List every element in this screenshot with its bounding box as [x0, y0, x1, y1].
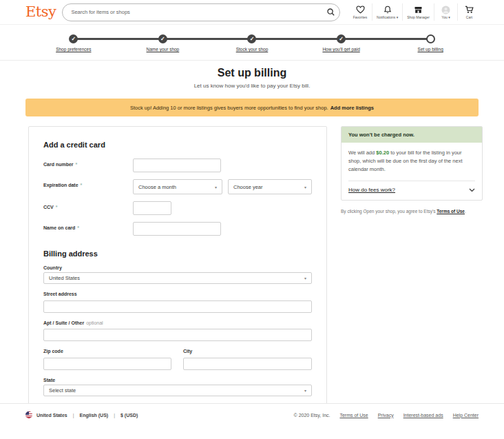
cart-label: Cart	[466, 15, 472, 19]
city-field: City	[183, 349, 312, 370]
apt-suite-input[interactable]	[43, 329, 312, 341]
step-current-dot	[426, 34, 435, 43]
chevron-down-icon: ▾	[215, 185, 217, 190]
step-shop-preferences: ✓ Shop preferences	[29, 25, 118, 61]
expiration-row: Expiration date* Choose a month ▾ Choose…	[43, 179, 312, 194]
name-on-card-input[interactable]	[133, 222, 221, 236]
street-address-label: Street address	[43, 292, 312, 296]
cart-icon	[465, 5, 474, 14]
shop-manager-button[interactable]: Shop Manager	[402, 3, 434, 21]
bell-icon	[384, 5, 392, 14]
apt-suite-label: Apt / Suite / Otheroptional	[43, 320, 312, 325]
state-select[interactable]: Select state ▾	[43, 385, 312, 396]
callout-title: You won't be charged now.	[342, 127, 482, 143]
required-marker: *	[77, 225, 79, 230]
state-value: Select state	[49, 387, 76, 394]
us-flag-icon	[25, 411, 32, 418]
step-name-your-shop: ✓ Name your shop	[118, 25, 208, 61]
credit-card-panel: Add a credit card Card number* Expiratio…	[28, 126, 327, 414]
street-address-field: Street address	[43, 292, 312, 313]
chevron-down-icon: ▾	[448, 15, 450, 19]
city-input[interactable]	[183, 358, 312, 370]
card-number-row: Card number*	[43, 159, 312, 172]
zip-code-input[interactable]	[43, 358, 171, 370]
step-link-set-up-billing[interactable]: Set up billing	[418, 47, 443, 52]
step-check-icon: ✓	[69, 34, 78, 43]
step-link-stock-your-shop[interactable]: Stock your shop	[236, 47, 269, 52]
optional-tag: optional	[86, 320, 103, 325]
heart-icon	[356, 5, 365, 14]
step-stock-your-shop: ✓ Stock your shop	[207, 25, 297, 61]
expiration-month-select[interactable]: Choose a month ▾	[133, 179, 222, 194]
step-link-name-your-shop[interactable]: Name your shop	[147, 47, 180, 52]
footer-region: United States	[36, 413, 67, 418]
city-label: City	[183, 349, 312, 354]
search-icon	[327, 8, 335, 16]
cart-button[interactable]: Cart	[457, 3, 481, 21]
search-input[interactable]	[62, 3, 340, 21]
step-check-icon: ✓	[247, 34, 256, 43]
step-link-shop-preferences[interactable]: Shop preferences	[56, 47, 91, 52]
footer-link-interest-ads[interactable]: Interest-based ads	[403, 413, 443, 418]
expiration-label: Expiration date*	[43, 179, 133, 187]
add-more-listings-link[interactable]: Add more listings	[330, 105, 374, 111]
add-credit-card-heading: Add a credit card	[43, 141, 312, 149]
country-field: Country United States ▾	[43, 265, 312, 284]
shop-manager-label: Shop Manager	[407, 15, 430, 19]
terms-note: By clicking Open your shop, you agree to…	[341, 208, 483, 215]
billing-info-sidebar: You won't be charged now. We will add $0…	[341, 126, 483, 215]
copyright-text: © 2020 Etsy, Inc.	[294, 413, 330, 418]
country-value: United States	[49, 275, 80, 281]
favorites-button[interactable]: Favorites	[348, 3, 372, 21]
header-nav: Favorites Notifications ▾ Shop Manager Y…	[348, 3, 481, 21]
step-link-how-youll-get-paid[interactable]: How you'll get paid	[322, 47, 359, 52]
how-do-fees-work-toggle[interactable]: How do fees work?	[342, 181, 482, 200]
terms-of-use-link[interactable]: Terms of Use	[437, 209, 465, 214]
chevron-down-icon: ▾	[397, 15, 399, 19]
main-content: Add a credit card Card number* Expiratio…	[28, 126, 483, 414]
ccv-label: CCV*	[43, 201, 133, 210]
chevron-down-icon: ▾	[304, 276, 306, 280]
page-title: Set up billing	[0, 67, 504, 79]
chevron-down-icon	[469, 188, 475, 192]
chevron-down-icon: ▾	[304, 388, 306, 393]
footer-link-terms[interactable]: Terms of Use	[339, 413, 368, 418]
street-address-input[interactable]	[43, 300, 312, 313]
banner-text: Stock up! Adding 10 or more listings giv…	[130, 105, 328, 111]
chevron-down-icon: ▾	[304, 185, 306, 190]
step-check-icon: ✓	[337, 34, 346, 43]
step-check-icon: ✓	[158, 34, 167, 43]
footer-language: English (US)	[80, 413, 109, 418]
zip-code-field: Zip code	[43, 349, 171, 370]
ccv-input[interactable]	[133, 201, 171, 215]
billing-address-heading: Billing address	[43, 249, 312, 258]
etsy-setup-billing-page: Etsy Favorites Notifications ▾	[0, 0, 504, 439]
account-button[interactable]: You ▾	[434, 3, 457, 21]
avatar	[441, 5, 450, 14]
expiration-year-select[interactable]: Choose year ▾	[228, 179, 312, 194]
expiration-year-value: Choose year	[233, 184, 263, 190]
fees-callout-card: You won't be charged now. We will add $0…	[341, 126, 483, 201]
step-how-youll-get-paid: ✓ How you'll get paid	[297, 25, 386, 61]
card-number-input[interactable]	[133, 159, 221, 172]
expiration-month-value: Choose a month	[138, 184, 176, 190]
favorites-label: Favorites	[353, 15, 368, 19]
footer: United States | English (US) | $ (USD) ©…	[0, 403, 504, 418]
country-select[interactable]: United States ▾	[43, 272, 312, 284]
apt-suite-field: Apt / Suite / Otheroptional	[43, 320, 312, 342]
required-marker: *	[81, 183, 83, 187]
name-on-card-label: Name on card*	[43, 222, 133, 230]
top-header: Etsy Favorites Notifications ▾	[0, 0, 504, 25]
footer-link-privacy[interactable]: Privacy	[378, 413, 394, 418]
required-marker: *	[76, 162, 78, 167]
required-marker: *	[56, 205, 58, 210]
page-subtitle: Let us know how you'd like to pay your E…	[0, 83, 504, 89]
zip-code-label: Zip code	[43, 349, 171, 354]
footer-link-help-center[interactable]: Help Center	[453, 413, 479, 418]
locale-picker[interactable]: United States | English (US) | $ (USD)	[25, 411, 138, 418]
search-button[interactable]	[324, 6, 337, 19]
etsy-logo[interactable]: Etsy	[25, 5, 56, 19]
title-block: Set up billing Let us know how you'd lik…	[0, 61, 504, 89]
fees-link-label: How do fees work?	[348, 187, 395, 193]
notifications-button[interactable]: Notifications ▾	[372, 3, 402, 21]
